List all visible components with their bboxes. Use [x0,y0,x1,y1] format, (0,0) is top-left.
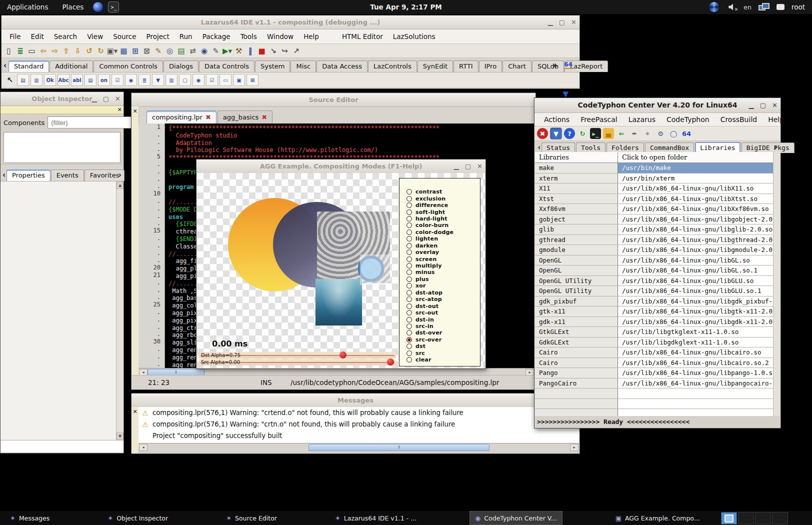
minimize-button[interactable]: ▁ [454,160,459,173]
applications-menu[interactable]: Applications [0,3,55,11]
minimize-button[interactable]: ▁ [749,98,754,112]
table-row[interactable]: GtkGLExt /usr/lib/libgtkglext-x11-1.0.so [535,327,780,338]
palette-scroll-left-icon[interactable]: ‹ [2,61,8,70]
palette-tab[interactable]: LazControls [368,60,417,72]
menu-item[interactable]: Window [262,32,298,40]
toolbar-icon[interactable]: ↺ [84,46,94,56]
message-row[interactable]: ⚠ compositing.lpr(576,1) Warning: "crtn.… [138,418,579,430]
menu-item[interactable]: Help [298,32,324,40]
bigide64-icon[interactable]: 64 [681,128,692,139]
library-name-cell[interactable]: Pango [535,368,618,378]
editor-tab[interactable]: agg_basics ✖ [218,110,272,124]
blend-mode-option[interactable]: screen [400,256,480,262]
component-icon[interactable]: ▣ [233,74,245,86]
codetyphon-tab[interactable]: Status [542,142,575,153]
blend-mode-option[interactable]: plus [400,276,480,282]
messages-titlebar[interactable]: Messages [132,394,580,408]
messages-list[interactable]: ⚠ compositing.lpr(576,1) Warning: "crten… [138,407,579,443]
agg-canvas[interactable]: 0.00 ms Dst Alpha=0.75Src Alpha=0.00 con… [197,173,485,368]
alpha-slider[interactable]: Dst Alpha=0.75 [198,352,396,358]
radio-icon[interactable] [406,350,412,356]
component-icon[interactable]: abI [71,74,83,86]
taskbar-item[interactable]: ◉ CodeTyphon Center V... [470,511,562,525]
palette-tab[interactable]: Chart [502,60,532,72]
blend-mode-option[interactable]: contrast [400,188,480,195]
palette-tab[interactable]: Dialogs [164,60,198,72]
blend-mode-option[interactable]: dst-in [400,316,480,322]
library-name-cell[interactable]: make [535,163,618,173]
menu-item[interactable]: Edit [26,32,49,40]
scroll-right-icon[interactable]: ▸ [570,444,578,451]
palette-tab[interactable]: RTTI [454,60,478,72]
dock-close-icon[interactable]: ✕ [132,408,138,415]
library-name-cell[interactable]: gdk_pixbuf [535,296,618,306]
library-path-cell[interactable]: /usr/lib/x86_64-linux-gnu/libgmodule-2.0 [618,245,780,255]
toolbar-icon[interactable]: ▤ [176,46,186,56]
options-icon[interactable]: ⚙ [655,128,666,139]
slider-knob[interactable] [387,358,394,366]
blend-mode-option[interactable]: dst-over [400,330,480,336]
library-path-cell[interactable]: /usr/lib/x86_64-linux-gnu/libpango-1.0.s [618,368,780,378]
blend-mode-option[interactable]: color-burn [400,222,480,228]
library-path-cell[interactable]: /usr/lib/libgtkglext-x11-1.0.so [618,327,780,337]
help-icon[interactable]: ? [564,128,575,139]
properties-grid[interactable]: ▲ ▼ [0,182,124,440]
codetyphon-titlebar[interactable]: CodeTyphon Center Ver 4.20 for Linux64 ▁… [534,98,780,113]
close-button[interactable]: ✕ [772,98,778,112]
codetyphon-tab[interactable]: CommandBox [645,142,694,153]
tabs-scroll-right-icon[interactable]: › [772,143,780,152]
slider-knob[interactable] [340,352,346,358]
radio-icon[interactable] [406,296,412,302]
maximize-button[interactable]: ▢ [103,92,109,106]
toolbar-icon[interactable]: ⊠ [142,46,152,56]
palette-tab[interactable]: Common Controls [94,60,162,72]
library-name-cell[interactable]: OpenGL [535,266,618,276]
component-icon[interactable]: ▤ [84,74,96,86]
radio-icon[interactable] [406,256,412,262]
blend-mode-option[interactable]: src-over [400,336,480,343]
radio-icon[interactable] [406,310,412,316]
menu-item[interactable]: Help [762,116,790,124]
library-name-cell[interactable]: GdkGLExt [535,338,618,348]
clean-icon[interactable]: ✒ [629,128,640,139]
dock-close-icon[interactable]: ✕ [132,108,138,114]
code-line[interactable]: {***************************************… [168,124,534,132]
toolbar-icon[interactable]: ⇧ [61,46,72,56]
refresh-icon[interactable]: ↻ [577,128,588,139]
library-path-cell[interactable]: /usr/lib/x86_64-linux-gnu/libXxf86vm.so [618,204,780,214]
toolbar-icon[interactable]: ⊞ [130,46,140,56]
palette-tab[interactable]: IPro [479,60,502,72]
library-name-cell[interactable]: gmodule [535,245,618,255]
message-row[interactable]: Project "compositing" successfully built [138,430,579,442]
blend-mode-option[interactable]: src-in [400,323,480,330]
wand-icon[interactable]: ✶ [642,128,653,139]
table-row[interactable]: xterm /usr/bin/xterm [535,174,780,184]
radio-icon[interactable] [406,250,412,255]
codetyphon-tab[interactable]: Folders [606,142,644,153]
blend-mode-option[interactable]: src-out [400,310,480,316]
scroll-thumb[interactable]: ⦀ [308,444,490,451]
library-path-cell[interactable]: /usr/lib/x86_64-linux-gnu/libpangocairo- [618,378,780,388]
inspector-tab[interactable]: Properties [6,170,50,181]
volume-muted-icon[interactable]: ✕ [728,4,736,10]
library-name-cell[interactable]: xterm [535,174,618,184]
toolbar-icon[interactable]: ⇄ [188,46,198,56]
scroll-left-icon[interactable]: ◂ [139,444,148,451]
tab-close-icon[interactable]: ✖ [206,114,211,121]
close-button[interactable]: ✕ [477,160,482,173]
blend-mode-option[interactable]: lighten [400,236,480,242]
radio-icon[interactable] [406,263,412,268]
menu-item[interactable]: Lazarus [623,116,661,124]
folder-icon[interactable]: ▄ [603,128,614,139]
palette-tab[interactable]: Data Access [316,60,368,72]
blend-mode-option[interactable]: minus [400,269,480,276]
displays-icon[interactable] [758,3,770,11]
minimize-button[interactable]: ▁ [92,92,97,106]
message-row[interactable]: ⚠ compositing.lpr(576,1) Warning: "crten… [138,407,579,418]
menu-item[interactable]: HTML Editor [337,32,388,40]
component-icon[interactable]: ☑ [206,74,218,86]
workspace-2[interactable] [738,512,754,524]
library-name-cell[interactable]: Xtst [535,194,618,204]
workspace-4[interactable] [772,512,788,524]
properties-scrollbar[interactable]: ▲ ▼ [116,182,123,440]
